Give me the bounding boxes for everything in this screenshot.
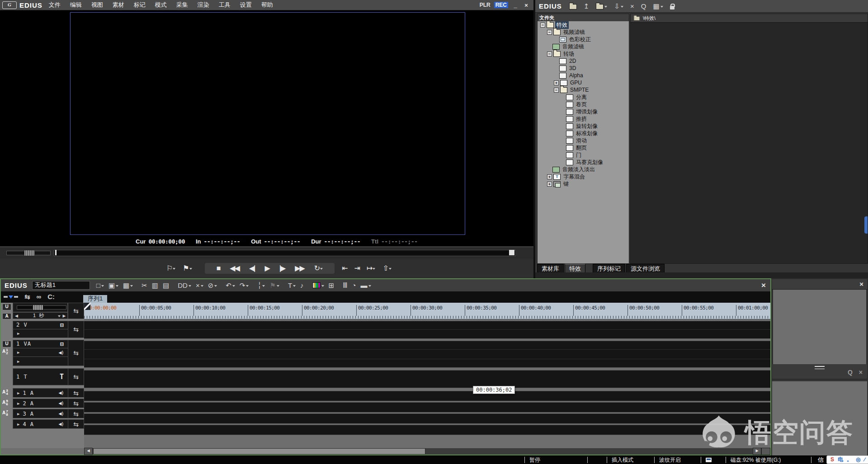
expand-arrow-icon[interactable]: ▶ [13, 422, 19, 427]
create-title-button[interactable]: T [288, 282, 296, 289]
minimize-button[interactable]: _ [512, 2, 519, 9]
audio-channel-badge[interactable]: A56 [2, 399, 11, 406]
tree-item[interactable]: −特效 [538, 21, 629, 28]
import-button[interactable]: ⇩ [614, 3, 623, 9]
track-ripple-cell[interactable]: ⇆ [68, 368, 84, 385]
menu-item[interactable]: 工具 [219, 1, 231, 9]
track-ripple-cell[interactable]: ⇆ [68, 398, 84, 408]
tree-item[interactable]: 音频淡入淡出 [538, 166, 629, 173]
menu-item[interactable]: 标记 [134, 1, 146, 9]
tree-item[interactable]: 旋转划像 [538, 122, 629, 130]
expand-icon[interactable]: + [554, 80, 559, 85]
set-out-point-button[interactable]: ⚑ [183, 265, 192, 272]
expand-icon[interactable]: + [547, 174, 552, 179]
tree-item[interactable]: 2D [538, 57, 629, 65]
track-subrow[interactable]: 1 TT [13, 368, 68, 385]
expand-arrow-icon[interactable]: ▶ [13, 359, 19, 364]
timeline-zoom-slider[interactable] [17, 305, 66, 309]
view-mode-button[interactable]: ▦ [653, 3, 663, 9]
tree-item[interactable]: Alpha [538, 72, 629, 79]
ripple-delete-button[interactable]: ⊘ [208, 282, 217, 289]
sequence-tab[interactable]: 序列1 [83, 295, 107, 303]
speaker-icon[interactable]: ◀) [59, 390, 68, 396]
menu-item[interactable]: 渲染 [198, 1, 209, 9]
tree-item[interactable]: 标准划像 [538, 130, 629, 137]
track-subrow[interactable]: ▶3 A◀) [13, 409, 68, 418]
open-folder-button[interactable] [569, 3, 577, 9]
tab-inactive[interactable]: 序列标记 [593, 264, 625, 272]
speaker-icon[interactable]: ◀) [59, 411, 68, 417]
speaker-icon[interactable]: ◀) [59, 400, 68, 406]
track-patch-button[interactable] [4, 293, 18, 301]
cut-button[interactable]: ✂ [142, 282, 147, 289]
speaker-icon[interactable]: ◀) [59, 421, 68, 427]
tree-item[interactable]: −SMPTE [538, 86, 629, 94]
plr-mode-label[interactable]: PLR [480, 2, 491, 8]
tree-item[interactable]: 分离 [538, 94, 629, 101]
track-ripple-cell[interactable]: ⇆ [68, 419, 84, 429]
track-subrow[interactable]: ▶◀) [13, 348, 68, 357]
search-button[interactable]: Q [641, 3, 646, 9]
audio-mixer-button[interactable]: Ⅲ [343, 282, 347, 289]
video-mute-button[interactable]: U [2, 304, 11, 310]
move-up-button[interactable]: ↥ [584, 3, 590, 9]
replace-clip-button[interactable]: DD [178, 282, 191, 289]
menu-item[interactable]: 采集 [176, 1, 188, 9]
track-subrow[interactable]: 2 V⊟ [13, 321, 68, 329]
sync-mode-button[interactable]: ⇆ [24, 294, 30, 300]
scroll-left-button[interactable]: ◀ [84, 448, 93, 455]
track-lane-1t[interactable] [84, 370, 770, 388]
goto-in-point-button[interactable]: ⇤ [342, 265, 347, 272]
close-icon[interactable]: × [859, 369, 863, 376]
ime-icon[interactable]: S [830, 456, 834, 463]
expand-arrow-icon[interactable]: ▶ [13, 412, 19, 416]
undo-button[interactable]: ↶ [226, 282, 235, 289]
ime-icon[interactable]: 电 [838, 456, 843, 463]
close-button[interactable]: × [523, 2, 530, 9]
new-folder-button[interactable] [596, 3, 607, 9]
stop-button[interactable]: ■ [217, 265, 220, 272]
expand-arrow-icon[interactable]: ▶ [13, 401, 19, 406]
track-ripple-cell[interactable]: ⇆ [68, 409, 84, 418]
rec-mode-badge[interactable]: REC [494, 2, 508, 8]
tree-item[interactable]: 滑动 [538, 137, 629, 144]
speaker-icon[interactable]: ◀) [59, 350, 68, 356]
ime-icon[interactable]: ∕ [864, 456, 865, 463]
track-lane-2v[interactable] [84, 321, 770, 339]
tree-item[interactable]: 增强划像 [538, 108, 629, 115]
dock-panel-close-button[interactable]: × [859, 280, 863, 288]
track-subrow[interactable]: ▶2 A◀) [13, 398, 68, 408]
tree-item[interactable]: 音频滤镜 [538, 43, 629, 50]
audio-channel-badge[interactable]: A34 [2, 389, 11, 395]
play-button[interactable]: ▶ [264, 265, 269, 272]
collapse-icon[interactable]: − [547, 30, 552, 35]
panel-drag-handle[interactable] [815, 366, 825, 369]
tree-item[interactable]: 推挤 [538, 115, 629, 122]
track-ripple-cell[interactable]: ⇆ [68, 321, 84, 338]
tree-item[interactable]: 马赛克划像 [538, 159, 629, 166]
add-colorbars-button[interactable] [312, 282, 324, 288]
track-subrow[interactable]: ▶1 A◀) [13, 388, 68, 398]
save-project-button[interactable]: ▦ [123, 282, 133, 289]
link-mode-button[interactable]: ∞ [37, 294, 42, 300]
tree-item[interactable]: 门 [538, 151, 629, 159]
position-bar[interactable] [54, 250, 516, 256]
paste-button[interactable]: ▤ [163, 282, 169, 289]
delete-button[interactable]: × [196, 282, 203, 289]
new-sequence-button[interactable]: □ [96, 282, 104, 289]
track-subrow[interactable]: 1 VA⊟ [13, 340, 68, 348]
track-ripple-cell[interactable]: ⇆ [68, 388, 84, 398]
track-mute-button[interactable]: U [2, 341, 11, 347]
lock-button[interactable] [670, 3, 675, 9]
scroll-right-button[interactable]: ▶ [753, 448, 761, 455]
tree-item[interactable]: +GPU [538, 79, 629, 86]
menu-item[interactable]: 帮助 [261, 1, 273, 9]
timeline-horizontal-scrollbar[interactable]: ◀ ▶ [84, 448, 770, 455]
add-cut-point-button[interactable]: ╎ [257, 282, 265, 289]
track-subrow[interactable]: ▶4 A◀) [13, 419, 68, 429]
audio-channel-badge[interactable]: A12 [2, 348, 11, 355]
tab-inactive[interactable]: 素材库 [537, 264, 564, 272]
track-lane-1a[interactable] [84, 391, 770, 401]
scrollbar-thumb[interactable] [93, 448, 425, 455]
menu-item[interactable]: 素材 [113, 1, 124, 9]
